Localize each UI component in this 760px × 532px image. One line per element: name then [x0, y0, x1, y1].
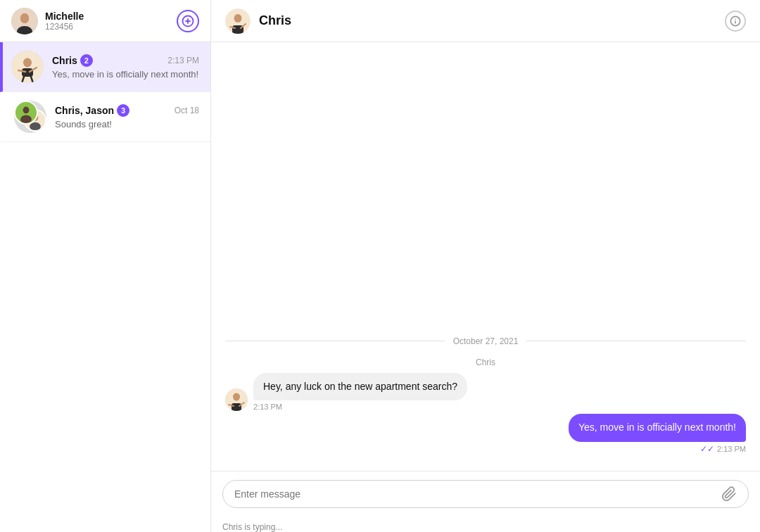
- chat-input-area: [211, 471, 760, 519]
- svg-point-3: [20, 13, 29, 23]
- conv-preview-chris-jason: Sounds great!: [55, 119, 199, 129]
- double-check-icon: ✓✓: [700, 444, 714, 454]
- message-row-incoming: Hey, any luck on the new apartment searc…: [225, 373, 746, 412]
- svg-point-29: [233, 393, 240, 401]
- conv-avatar-chris: [11, 51, 44, 83]
- msg-time-incoming: 2:13 PM: [253, 403, 282, 411]
- message-row-outgoing: Yes, move in is officially next month! ✓…: [225, 414, 746, 454]
- svg-rect-9: [22, 68, 33, 77]
- conv-time-chris-jason: Oct 18: [175, 106, 199, 115]
- chat-header-left: Chris: [225, 8, 291, 34]
- new-chat-button[interactable]: [177, 10, 199, 32]
- conv-name-chris-jason: Chris, Jason 3: [55, 104, 129, 117]
- message-bubble-outgoing: Yes, move in is officially next month!: [569, 414, 746, 442]
- chat-header: Chris: [211, 0, 760, 42]
- message-input-box: [222, 480, 749, 508]
- conversation-item-chris-jason[interactable]: Chris, Jason 3 Oct 18 Sounds great!: [0, 92, 210, 142]
- message-input[interactable]: [234, 488, 721, 500]
- msg-time-outgoing: 2:13 PM: [717, 445, 746, 453]
- conv-badge-chris: 2: [80, 54, 93, 67]
- divider-line-left: [225, 341, 445, 341]
- conv-body-chris: Chris 2 2:13 PM Yes, move in is official…: [52, 54, 199, 80]
- conv-name-chris: Chris 2: [52, 54, 93, 67]
- msg-avatar-chris: [225, 388, 248, 411]
- svg-point-15: [23, 107, 30, 114]
- attach-button[interactable]: [721, 486, 737, 502]
- date-divider-text: October 27, 2021: [453, 336, 519, 346]
- conv-preview-chris: Yes, move in is officially next month!: [52, 69, 199, 80]
- msg-bubble-wrap-outgoing: Yes, move in is officially next month! ✓…: [569, 414, 746, 454]
- chat-header-avatar: [225, 8, 251, 34]
- sidebar-username: Michelle: [45, 11, 84, 22]
- divider-line-right: [526, 341, 746, 341]
- conversation-item-chris[interactable]: Chris 2 2:13 PM Yes, move in is official…: [0, 42, 210, 92]
- svg-point-8: [23, 58, 32, 68]
- user-avatar: [11, 8, 38, 34]
- date-divider: October 27, 2021: [225, 336, 746, 346]
- message-sender-label: Chris: [225, 357, 746, 367]
- svg-point-21: [234, 14, 242, 23]
- conversation-list: Chris 2 2:13 PM Yes, move in is official…: [0, 42, 210, 532]
- typing-indicator: Chris is typing...: [211, 519, 760, 532]
- sidebar-header: Michelle 123456: [0, 0, 210, 42]
- sidebar-user-info: Michelle 123456: [45, 11, 84, 32]
- chat-messages: October 27, 2021 Chris Hey, any luck on …: [211, 42, 760, 471]
- sidebar: Michelle 123456: [0, 0, 211, 532]
- sidebar-user-id: 123456: [45, 22, 84, 32]
- conv-avatar-chris-jason: [14, 101, 46, 133]
- sidebar-user: Michelle 123456: [11, 8, 84, 34]
- msg-bubble-wrap-incoming: Hey, any luck on the new apartment searc…: [253, 373, 467, 412]
- msg-time-row-incoming: 2:13 PM: [253, 403, 467, 411]
- chat-contact-name: Chris: [259, 13, 291, 28]
- msg-time-row-outgoing: ✓✓ 2:13 PM: [700, 444, 746, 454]
- conv-body-chris-jason: Chris, Jason 3 Oct 18 Sounds great!: [55, 104, 199, 129]
- chat-main: Chris October 27, 2021 Chris: [211, 0, 760, 532]
- svg-rect-30: [232, 403, 241, 411]
- info-button[interactable]: [725, 11, 746, 32]
- conv-time-chris: 2:13 PM: [167, 56, 199, 65]
- message-bubble-incoming: Hey, any luck on the new apartment searc…: [253, 373, 467, 401]
- conv-badge-chris-jason: 3: [117, 104, 129, 117]
